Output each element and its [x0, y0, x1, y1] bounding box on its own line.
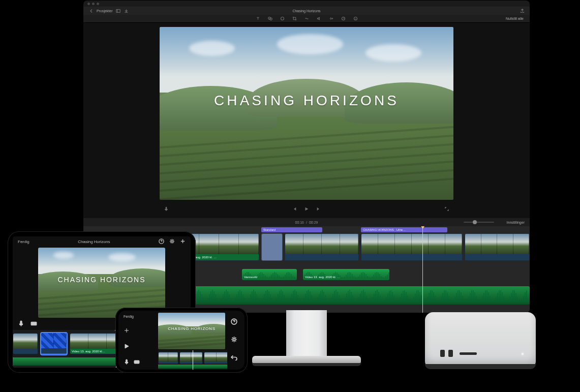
add-icon[interactable]	[180, 238, 186, 245]
iphone-device: Ferdig CHASING HORIZONS	[115, 308, 248, 373]
speed-icon[interactable]	[341, 16, 346, 21]
time-current: 00:16	[295, 221, 304, 224]
ipad-clip[interactable]	[40, 332, 68, 355]
zoom-slider[interactable]	[464, 222, 494, 223]
iphone-undo-icon[interactable]	[231, 353, 237, 363]
preview-image	[160, 27, 453, 200]
minimize-dot[interactable]	[92, 3, 95, 5]
time-total: 00:29	[309, 221, 318, 224]
help-icon[interactable]	[159, 238, 164, 245]
monitor-stand-foot	[252, 356, 361, 363]
volume-icon[interactable]	[316, 16, 321, 21]
fullscreen-icon[interactable]	[444, 206, 449, 212]
color-icon[interactable]	[280, 16, 285, 21]
monitor-stand-neck	[286, 310, 327, 358]
preview-viewer: CHASING HORIZONS	[83, 23, 530, 218]
inspector-toolbar: Nullstill alle	[83, 15, 530, 23]
svg-point-3	[281, 17, 284, 20]
timeline-settings-button[interactable]: Innstillinger	[507, 221, 525, 224]
play-icon[interactable]	[304, 206, 309, 212]
import-icon[interactable]	[124, 8, 129, 13]
video-clip[interactable]	[361, 233, 463, 261]
reset-button[interactable]: Nullstill alle	[506, 17, 524, 20]
back-icon[interactable]	[88, 8, 94, 13]
iphone-playhead[interactable]	[193, 350, 193, 370]
iphone-timeline[interactable]	[158, 350, 227, 370]
svg-point-16	[233, 338, 235, 340]
mac-studio-device	[425, 312, 536, 369]
audio-label: Video 13. aug. 2020 kl. …	[303, 274, 389, 280]
iphone-done-button[interactable]: Ferdig	[124, 315, 134, 318]
usb-c-port-icon	[448, 350, 453, 357]
svg-point-11	[33, 322, 35, 324]
iphone-clip[interactable]	[204, 352, 227, 364]
mic-icon[interactable]	[18, 320, 24, 329]
iphone-help-icon[interactable]	[231, 318, 237, 327]
project-title: Chasing Horizons	[292, 9, 320, 13]
iphone-camera-icon[interactable]	[134, 359, 140, 366]
iphone-title-overlay: CHASING HORIZONS	[158, 326, 225, 331]
iphone-settings-icon[interactable]	[231, 336, 237, 345]
close-dot[interactable]	[87, 3, 90, 5]
gap-clip[interactable]	[261, 233, 283, 261]
sd-card-slot-icon	[460, 352, 477, 355]
audio-label: Vannsurkl	[242, 274, 297, 280]
camera-icon[interactable]	[30, 320, 37, 329]
svg-point-14	[136, 361, 138, 363]
transport-controls	[160, 202, 453, 216]
iphone-mic-icon[interactable]	[124, 359, 130, 366]
ipad-project-title: Chasing Horizons	[78, 239, 110, 244]
crop-icon[interactable]	[292, 16, 297, 21]
info-icon[interactable]	[353, 16, 358, 21]
ipad-clip[interactable]	[13, 333, 38, 354]
done-button[interactable]: Ferdig	[18, 239, 29, 244]
filters-icon[interactable]	[267, 16, 272, 21]
voiceover-mic-icon[interactable]	[164, 206, 169, 212]
time-readout-row: 00:16 / 00:29 Innstillinger	[83, 218, 530, 226]
ipad-title-overlay: CHASING HORIZONS	[38, 276, 165, 284]
video-title-overlay: CHASING HORIZONS	[160, 93, 453, 109]
noise-icon[interactable]	[328, 16, 333, 21]
share-icon[interactable]	[520, 8, 525, 13]
next-frame-icon[interactable]	[316, 206, 321, 212]
audio-clip[interactable]: Video 13. aug. 2020 kl. …	[303, 269, 389, 280]
zoom-dot[interactable]	[97, 3, 99, 5]
prev-frame-icon[interactable]	[292, 206, 297, 212]
library-icon[interactable]	[116, 8, 121, 13]
app-titlebar: Prosjekter Chasing Horizons	[83, 7, 530, 15]
power-led-icon	[522, 353, 524, 355]
titles-icon[interactable]	[255, 16, 260, 21]
title-clip[interactable]: Standard	[261, 227, 322, 232]
usb-c-port-icon	[440, 350, 445, 357]
preview-frame[interactable]: CHASING HORIZONS	[160, 27, 453, 200]
iphone-play-icon[interactable]	[124, 343, 130, 350]
iphone-add-icon[interactable]	[124, 327, 130, 334]
iphone-left-controls: Ferdig	[118, 311, 158, 370]
iphone-clip[interactable]	[179, 352, 203, 364]
audio-clip[interactable]: Vannsurkl	[242, 269, 297, 280]
ipad-titlebar: Ferdig Chasing Horizons	[13, 236, 191, 247]
playhead[interactable]	[422, 226, 423, 313]
window-traffic-lights	[83, 1, 530, 7]
svg-rect-0	[116, 9, 120, 12]
iphone-clip[interactable]	[158, 352, 178, 364]
svg-point-8	[171, 240, 173, 242]
settings-icon[interactable]	[169, 238, 175, 245]
back-label[interactable]: Prosjekter	[97, 9, 113, 13]
video-clip[interactable]	[465, 233, 530, 261]
iphone-right-controls	[227, 311, 245, 370]
stabilize-icon[interactable]	[304, 16, 309, 21]
iphone-preview[interactable]: CHASING HORIZONS	[158, 313, 225, 349]
title-clip[interactable]: CHASING HORIZONS · Uthe…	[361, 227, 447, 232]
video-clip[interactable]	[285, 233, 359, 261]
